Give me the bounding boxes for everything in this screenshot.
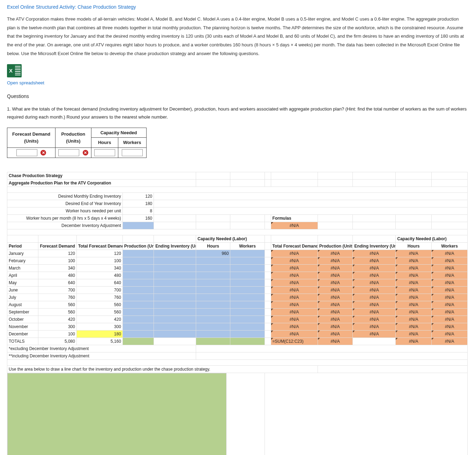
ans-header-capacity: Capacity Needed xyxy=(91,128,146,138)
formula-cell: #N/A xyxy=(353,330,396,338)
tfd-cell: 120 xyxy=(76,250,122,257)
hours-cell[interactable] xyxy=(196,257,230,264)
workers-input[interactable] xyxy=(122,149,143,156)
ei-cell[interactable] xyxy=(154,316,196,323)
ei-cell[interactable] xyxy=(154,301,196,308)
col-hours-r: Hours xyxy=(396,242,432,250)
hours-cell[interactable] xyxy=(196,279,230,286)
workers-cell[interactable] xyxy=(230,264,265,272)
dec-adj-input[interactable] xyxy=(122,222,154,229)
question-1-text: 1. What are the totals of the forecast d… xyxy=(7,105,468,121)
formula-cell: #N/A xyxy=(396,286,432,294)
prod-cell[interactable] xyxy=(122,272,154,279)
formula-cell: #N/A xyxy=(318,250,353,257)
prod-cell[interactable] xyxy=(122,301,154,308)
hours-cell[interactable]: 960 xyxy=(196,250,230,257)
hours-cell[interactable] xyxy=(196,301,230,308)
period-cell: January xyxy=(7,250,38,257)
ei-cell[interactable] xyxy=(154,323,196,330)
formula-cell: #N/A xyxy=(432,294,468,301)
hours-cell[interactable] xyxy=(196,316,230,323)
forecast-demand-input[interactable] xyxy=(16,149,37,156)
col-workers: Workers xyxy=(230,242,265,250)
fd-cell: 560 xyxy=(38,301,77,308)
formula-cell: #N/A xyxy=(396,250,432,257)
excel-icon[interactable]: X xyxy=(7,64,22,77)
ei-cell[interactable] xyxy=(154,250,196,257)
fd-cell: 480 xyxy=(38,272,77,279)
tfd-cell: 300 xyxy=(76,323,122,330)
open-spreadsheet-link[interactable]: Open spreadsheet xyxy=(7,79,44,86)
prod-cell[interactable] xyxy=(122,330,154,338)
prod-cell[interactable] xyxy=(122,316,154,323)
prod-cell[interactable] xyxy=(122,308,154,316)
workers-cell[interactable] xyxy=(230,257,265,264)
hours-input[interactable] xyxy=(94,149,115,156)
workers-cell[interactable] xyxy=(230,316,265,323)
hours-cell[interactable] xyxy=(196,264,230,272)
ei-cell[interactable] xyxy=(154,286,196,294)
formula-cell: #N/A xyxy=(271,222,318,229)
workers-cell[interactable] xyxy=(230,250,265,257)
spreadsheet[interactable]: Chase Production Strategy Aggregate Prod… xyxy=(7,172,468,455)
prod-cell[interactable] xyxy=(122,250,154,257)
formula-cell: #N/A xyxy=(432,279,468,286)
prod-cell[interactable] xyxy=(122,264,154,272)
hours-cell[interactable] xyxy=(196,294,230,301)
hours-cell[interactable] xyxy=(196,323,230,330)
workers-cell[interactable] xyxy=(230,323,265,330)
prod-cell[interactable] xyxy=(122,294,154,301)
hours-cell[interactable] xyxy=(196,330,230,338)
activity-intro: The ATV Corporation makes three models o… xyxy=(7,15,468,58)
formula-cell: #N/A xyxy=(271,286,318,294)
workers-cell[interactable] xyxy=(230,294,265,301)
ei-cell[interactable] xyxy=(154,308,196,316)
prod-cell[interactable] xyxy=(122,286,154,294)
production-input[interactable] xyxy=(58,149,79,156)
col-ei-r: Ending Inventory (Units) xyxy=(353,242,396,250)
workers-cell[interactable] xyxy=(230,301,265,308)
formula-cell: #N/A xyxy=(432,257,468,264)
ans-header-forecast: Forecast Demand (Units) xyxy=(7,128,55,147)
fd-cell: 120 xyxy=(38,250,77,257)
totals-prod xyxy=(122,338,154,345)
ei-cell[interactable] xyxy=(154,279,196,286)
ei-cell[interactable] xyxy=(154,272,196,279)
period-cell: March xyxy=(7,264,38,272)
formula-cell: #N/A xyxy=(396,323,432,330)
ei-cell[interactable] xyxy=(154,257,196,264)
ei-cell[interactable] xyxy=(154,330,196,338)
formula-cell: #N/A xyxy=(432,264,468,272)
ans-header-workers: Workers xyxy=(118,138,146,148)
prod-cell[interactable] xyxy=(122,323,154,330)
param-label: December Inventory Adjustment xyxy=(7,222,123,229)
prod-cell[interactable] xyxy=(122,279,154,286)
activity-title-link[interactable]: Excel Online Structured Activity: Chase … xyxy=(7,3,469,11)
chart-area[interactable] xyxy=(7,373,226,455)
ei-cell[interactable] xyxy=(154,264,196,272)
formula-cell: #N/A xyxy=(432,338,468,345)
hours-cell[interactable] xyxy=(196,286,230,294)
formula-cell: #N/A xyxy=(318,316,353,323)
workers-cell[interactable] xyxy=(230,279,265,286)
formula-cell: #N/A xyxy=(271,264,318,272)
formula-cell: #N/A xyxy=(396,308,432,316)
workers-cell[interactable] xyxy=(230,330,265,338)
hours-cell[interactable] xyxy=(196,308,230,316)
workers-cell[interactable] xyxy=(230,272,265,279)
fd-cell: 100 xyxy=(38,257,77,264)
formula-cell: #N/A xyxy=(432,301,468,308)
ei-cell[interactable] xyxy=(154,294,196,301)
fd-cell: 760 xyxy=(38,294,77,301)
param-value: 8 xyxy=(122,207,154,214)
formula-cell: #N/A xyxy=(396,257,432,264)
prod-cell[interactable] xyxy=(122,257,154,264)
capacity-header-left: Capacity Needed (Labor) xyxy=(196,235,265,242)
formula-cell: #N/A xyxy=(318,264,353,272)
hours-cell[interactable] xyxy=(196,272,230,279)
workers-cell[interactable] xyxy=(230,308,265,316)
formula-cell: #N/A xyxy=(318,272,353,279)
formula-cell: #N/A xyxy=(271,279,318,286)
workers-cell[interactable] xyxy=(230,286,265,294)
fd-cell: 100 xyxy=(38,330,77,338)
